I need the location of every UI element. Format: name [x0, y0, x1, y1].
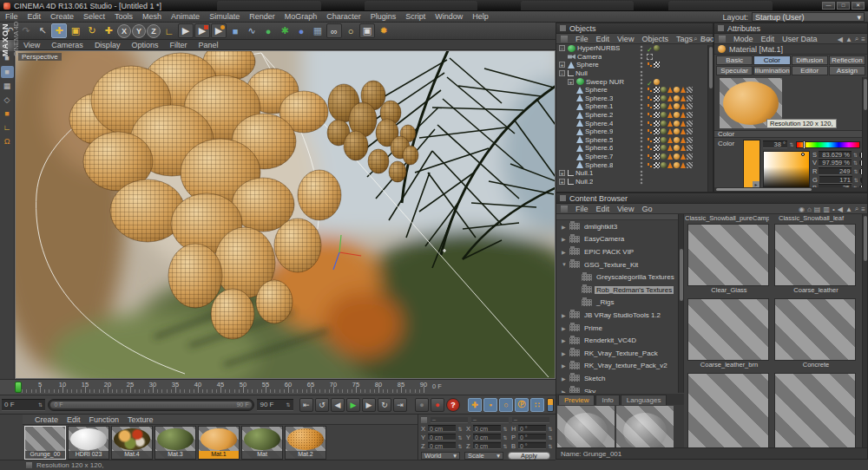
position-field[interactable]: 0 cm	[428, 442, 456, 449]
up-icon[interactable]: ▲	[845, 36, 852, 43]
spinner-icon[interactable]: ⇅	[853, 160, 858, 166]
object-row[interactable]: - HyperNURBS	[556, 44, 713, 53]
visibility-dots[interactable]	[638, 103, 645, 110]
channel-value-field[interactable]: 97.959 %	[819, 159, 852, 166]
hatch-tag[interactable]	[687, 128, 693, 134]
material-label[interactable]: Mat.4	[112, 451, 152, 459]
olive-tag[interactable]	[661, 95, 667, 101]
content-tree-row[interactable]: ▶ JB VRay StudioTools 1.2	[556, 309, 683, 322]
object-row[interactable]: + Null.1	[556, 169, 713, 178]
folder-label[interactable]: Greyscalegorilla Textures	[595, 273, 676, 281]
orangeb-tag[interactable]	[674, 162, 680, 168]
olive-tag[interactable]	[661, 145, 667, 151]
objects-menu-item[interactable]: Tags	[676, 35, 693, 43]
tree-arrow-icon[interactable]: ▶	[562, 325, 567, 331]
current-frame-field[interactable]: 0 F ⇅	[2, 399, 45, 411]
object-label[interactable]: Sphere.4	[585, 120, 613, 127]
expand-toggle[interactable]	[559, 54, 565, 60]
playhead[interactable]	[15, 382, 22, 393]
expand-toggle[interactable]	[568, 112, 574, 118]
menu-item[interactable]: Tools	[115, 12, 133, 21]
object-label[interactable]: Sphere	[576, 61, 599, 69]
search-icon[interactable]: ⌕	[855, 205, 858, 213]
visibility-dots[interactable]	[638, 95, 645, 101]
position-field[interactable]: 0 cm	[428, 434, 456, 441]
tree-arrow-icon[interactable]: ▶	[562, 388, 567, 393]
material-label[interactable]: Mat.2	[286, 451, 326, 459]
object-label[interactable]: Sphere.1	[585, 102, 613, 110]
maximize-button[interactable]: □	[837, 2, 850, 10]
render-settings-icon[interactable]: ▶	[211, 23, 227, 38]
attributes-menu-item[interactable]: Edit	[761, 35, 775, 43]
menu-item[interactable]: Animate	[171, 12, 200, 21]
dots-tag[interactable]	[647, 137, 653, 143]
orangeb-tag[interactable]	[674, 121, 680, 127]
render-view-icon[interactable]: ▶	[178, 23, 194, 38]
live-selection-icon[interactable]: ↖	[35, 23, 50, 38]
checker-tag[interactable]	[654, 162, 660, 168]
olive-tag[interactable]	[661, 112, 667, 118]
object-label[interactable]: Sphere	[585, 86, 608, 94]
expand-toggle[interactable]	[568, 137, 574, 143]
visibility-dots[interactable]	[638, 87, 645, 94]
goto-end-button[interactable]: ⇥	[393, 398, 407, 412]
folder-label[interactable]: EasyCamera	[582, 235, 626, 243]
material-menu-item[interactable]: Create	[35, 415, 58, 424]
warn-tag[interactable]	[667, 128, 673, 134]
content-tree-row[interactable]: ▶ dmlightkit3	[556, 220, 683, 233]
view-label[interactable]: Perspective	[18, 53, 62, 61]
visibility-dots[interactable]	[638, 120, 645, 127]
content-tree-row[interactable]: _Rigs	[556, 297, 683, 310]
target-tag[interactable]	[647, 54, 653, 60]
add-hypernurbs-icon[interactable]: ●	[260, 23, 276, 38]
material-label[interactable]: Mat.1	[199, 451, 239, 459]
back-icon[interactable]: ◀	[838, 206, 843, 213]
add-light-icon[interactable]: ○	[343, 23, 358, 38]
material-swatch[interactable]: Mat.3	[155, 426, 196, 460]
coord-system-icon[interactable]: ∟	[161, 23, 177, 38]
hatch-tag[interactable]	[687, 137, 693, 143]
expand-toggle[interactable]: +	[568, 79, 574, 85]
expand-toggle[interactable]	[568, 162, 574, 168]
object-row[interactable]: Sphere.9	[556, 127, 713, 136]
rotation-field[interactable]: 0 °	[518, 425, 546, 432]
orangeb-tag[interactable]	[654, 79, 660, 85]
object-row[interactable]: Sphere.5	[556, 136, 713, 145]
menu-item[interactable]: Window	[435, 12, 463, 21]
material-swatch[interactable]: Mat.1	[198, 426, 240, 460]
spinner-icon[interactable]: ⇅	[853, 152, 858, 158]
attributes-menu-item[interactable]: User Data	[782, 35, 818, 43]
close-button[interactable]: ✕	[852, 2, 865, 10]
warn-tag[interactable]	[667, 121, 673, 127]
object-label[interactable]: Camera	[577, 53, 602, 61]
expand-toggle[interactable]	[568, 145, 574, 151]
dots-tag[interactable]	[647, 162, 653, 168]
size-field[interactable]: 0 cm	[473, 442, 501, 449]
object-label[interactable]: Null.1	[575, 169, 593, 177]
objects-scrollbar[interactable]	[707, 45, 713, 192]
checker-tag[interactable]	[654, 112, 660, 118]
olive-tag[interactable]	[661, 121, 667, 127]
visibility-dots[interactable]	[638, 161, 645, 168]
eye-icon[interactable]: ◉	[799, 206, 805, 213]
record-pla-button[interactable]: ∷	[530, 398, 544, 412]
warn-tag[interactable]	[667, 145, 673, 151]
hatch-tag[interactable]	[687, 121, 693, 127]
warn-tag[interactable]	[667, 162, 673, 168]
minimize-button[interactable]: —	[822, 2, 835, 10]
columns-icon[interactable]: ▥	[823, 206, 830, 213]
keyframe-record-button[interactable]: ●	[431, 398, 444, 412]
folder-label[interactable]: Sky	[582, 388, 597, 393]
spinner-icon[interactable]: ⇅	[854, 177, 858, 183]
material-swatch[interactable]: Mat	[241, 426, 283, 460]
object-row[interactable]: + Null.2	[556, 178, 713, 186]
add-floor-icon[interactable]: ▦	[310, 23, 326, 38]
polygon-mode-icon[interactable]: ■	[1, 108, 14, 120]
record-rotation-button[interactable]: ○	[499, 398, 513, 412]
loop-button[interactable]: ↻	[378, 398, 391, 412]
menu-item[interactable]: Edit	[28, 12, 42, 21]
lock-x-icon[interactable]: X	[117, 24, 131, 38]
menu-item[interactable]: Script	[405, 12, 425, 21]
content-tree-row[interactable]: ▶ EasyCamera	[556, 233, 683, 246]
expand-toggle[interactable]: +	[559, 170, 565, 176]
